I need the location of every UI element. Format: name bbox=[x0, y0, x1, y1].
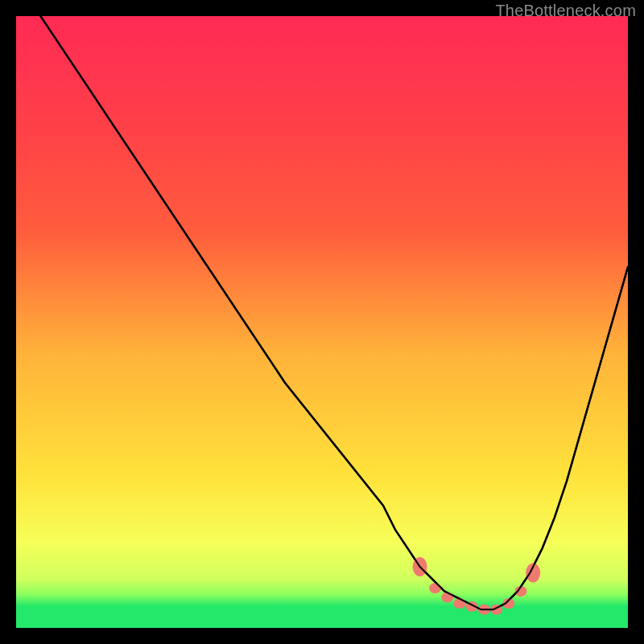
chart-plot-area bbox=[16, 16, 628, 628]
svg-rect-0 bbox=[16, 16, 628, 628]
optimal-marker bbox=[429, 583, 441, 593]
chart-frame: TheBottleneck.com bbox=[0, 0, 644, 644]
chart-svg bbox=[16, 16, 628, 628]
